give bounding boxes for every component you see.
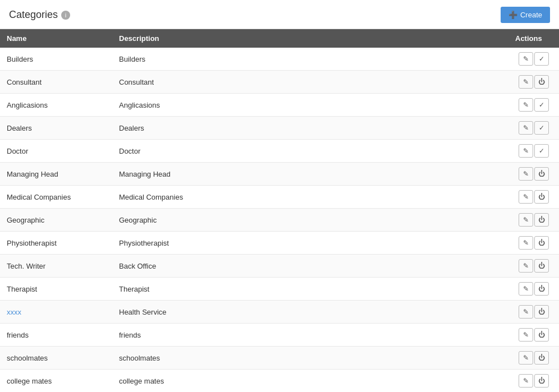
page-header: Categories i ➕ Create: [0, 0, 559, 29]
table-row: xxxxHealth Service✎⏻: [0, 301, 559, 324]
name-cell: Tech. Writer: [0, 255, 112, 278]
edit-button[interactable]: ✎: [519, 144, 533, 158]
power-button[interactable]: ⏻: [534, 351, 549, 365]
table-row: TherapistTherapist✎⏻: [0, 278, 559, 301]
header-row: Name Description Actions: [0, 29, 559, 48]
name-cell: Doctor: [0, 140, 112, 163]
edit-button[interactable]: ✎: [519, 305, 533, 319]
page-title-area: Categories i: [9, 9, 70, 21]
description-cell: Therapist: [112, 278, 508, 301]
edit-button[interactable]: ✎: [519, 52, 533, 66]
edit-button[interactable]: ✎: [519, 75, 533, 89]
power-button[interactable]: ⏻: [534, 305, 549, 319]
description-cell: Consultant: [112, 71, 508, 94]
name-cell: friends: [0, 324, 112, 347]
edit-button[interactable]: ✎: [519, 328, 533, 342]
actions-cell: ✎✓: [508, 117, 559, 140]
toggle-button[interactable]: ✓: [534, 52, 549, 66]
actions-cell: ✎⏻: [508, 301, 559, 324]
description-cell: friends: [112, 324, 508, 347]
description-cell: schoolmates: [112, 347, 508, 370]
edit-button[interactable]: ✎: [519, 374, 533, 388]
toggle-button[interactable]: ✓: [534, 144, 549, 158]
edit-button[interactable]: ✎: [519, 259, 533, 273]
table-row: DealersDealers✎✓: [0, 117, 559, 140]
power-button[interactable]: ⏻: [534, 374, 549, 388]
actions-cell: ✎⏻: [508, 163, 559, 186]
edit-button[interactable]: ✎: [519, 282, 533, 296]
name-cell: xxxx: [0, 301, 112, 324]
power-button[interactable]: ⏻: [534, 75, 549, 89]
edit-button[interactable]: ✎: [519, 236, 533, 250]
edit-button[interactable]: ✎: [519, 98, 533, 112]
table-row: BuildersBuilders✎✓: [0, 48, 559, 71]
table-row: DoctorDoctor✎✓: [0, 140, 559, 163]
table-row: GeographicGeographic✎⏻: [0, 209, 559, 232]
table-row: Managing HeadManaging Head✎⏻: [0, 163, 559, 186]
actions-cell: ✎⏻: [508, 255, 559, 278]
description-cell: college mates: [112, 370, 508, 393]
actions-cell: ✎✓: [508, 140, 559, 163]
table-row: schoolmatesschoolmates✎⏻: [0, 347, 559, 370]
power-button[interactable]: ⏻: [534, 328, 549, 342]
table-row: college matescollege mates✎⏻: [0, 370, 559, 393]
power-button[interactable]: ⏻: [534, 167, 549, 181]
actions-cell: ✎⏻: [508, 209, 559, 232]
power-button[interactable]: ⏻: [534, 236, 549, 250]
description-cell: Anglicasions: [112, 94, 508, 117]
actions-cell: ✎⏻: [508, 370, 559, 393]
name-cell: schoolmates: [0, 347, 112, 370]
create-icon: ➕: [508, 11, 517, 19]
page-title: Categories: [9, 9, 58, 21]
name-cell: Anglicasions: [0, 94, 112, 117]
toggle-button[interactable]: ✓: [534, 98, 549, 112]
description-cell: Physiotherapist: [112, 232, 508, 255]
actions-cell: ✎✓: [508, 94, 559, 117]
name-cell: Consultant: [0, 71, 112, 94]
table-row: Tech. WriterBack Office✎⏻: [0, 255, 559, 278]
name-cell: Dealers: [0, 117, 112, 140]
description-cell: Builders: [112, 48, 508, 71]
description-cell: Managing Head: [112, 163, 508, 186]
description-cell: Medical Companies: [112, 186, 508, 209]
power-button[interactable]: ⏻: [534, 190, 549, 204]
edit-button[interactable]: ✎: [519, 351, 533, 365]
name-cell: Therapist: [0, 278, 112, 301]
actions-cell: ✎⏻: [508, 186, 559, 209]
name-cell: Managing Head: [0, 163, 112, 186]
create-label: Create: [520, 11, 542, 19]
power-button[interactable]: ⏻: [534, 213, 549, 227]
col-desc-header: Description: [112, 29, 508, 48]
actions-cell: ✎✓: [508, 48, 559, 71]
edit-button[interactable]: ✎: [519, 190, 533, 204]
description-cell: Geographic: [112, 209, 508, 232]
name-cell: Medical Companies: [0, 186, 112, 209]
table-row: friendsfriends✎⏻: [0, 324, 559, 347]
power-button[interactable]: ⏻: [534, 282, 549, 296]
description-cell: Back Office: [112, 255, 508, 278]
table-header: Name Description Actions: [0, 29, 559, 48]
create-button[interactable]: ➕ Create: [501, 7, 550, 23]
power-button[interactable]: ⏻: [534, 259, 549, 273]
table-row: PhysiotherapistPhysiotherapist✎⏻: [0, 232, 559, 255]
info-icon[interactable]: i: [61, 11, 70, 20]
actions-cell: ✎⏻: [508, 278, 559, 301]
categories-table: Name Description Actions BuildersBuilder…: [0, 29, 559, 392]
edit-button[interactable]: ✎: [519, 213, 533, 227]
col-name-header: Name: [0, 29, 112, 48]
edit-button[interactable]: ✎: [519, 121, 533, 135]
name-cell: Geographic: [0, 209, 112, 232]
description-cell: Dealers: [112, 117, 508, 140]
name-cell: Physiotherapist: [0, 232, 112, 255]
description-cell: Health Service: [112, 301, 508, 324]
actions-cell: ✎⏻: [508, 347, 559, 370]
edit-button[interactable]: ✎: [519, 167, 533, 181]
table-body: BuildersBuilders✎✓ConsultantConsultant✎⏻…: [0, 48, 559, 392]
actions-cell: ✎⏻: [508, 232, 559, 255]
name-cell: Builders: [0, 48, 112, 71]
table-row: ConsultantConsultant✎⏻: [0, 71, 559, 94]
actions-cell: ✎⏻: [508, 71, 559, 94]
actions-cell: ✎⏻: [508, 324, 559, 347]
toggle-button[interactable]: ✓: [534, 121, 549, 135]
col-actions-header: Actions: [508, 29, 559, 48]
